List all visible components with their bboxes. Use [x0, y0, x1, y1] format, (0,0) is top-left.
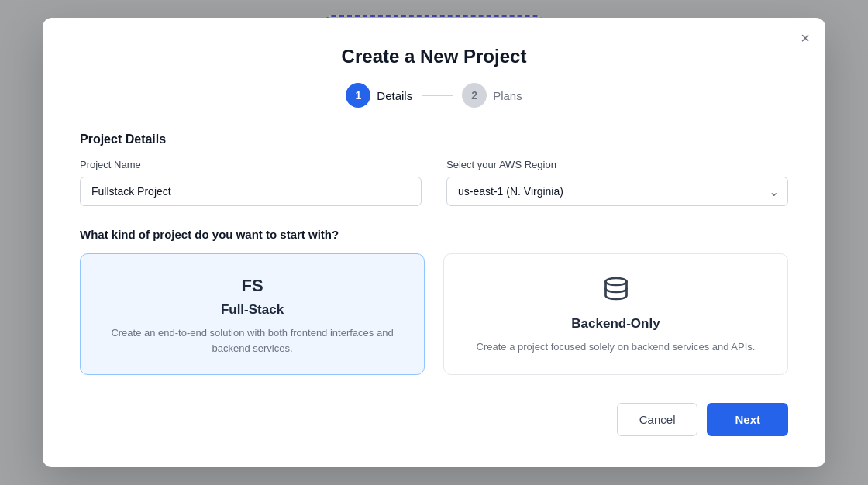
modal: × Create a New Project 1 Details 2 Plans…: [43, 18, 825, 467]
stepper: 1 Details 2 Plans: [80, 83, 788, 108]
fullstack-card[interactable]: FS Full-Stack Create an end-to-end solut…: [80, 253, 425, 375]
project-type-question: What kind of project do you want to star…: [80, 228, 788, 241]
step-divider: [422, 95, 453, 96]
aws-region-group: Select your AWS Region us-east-1 (N. Vir…: [446, 159, 788, 206]
backend-card[interactable]: Backend-Only Create a project focused so…: [443, 253, 788, 375]
project-name-group: Project Name: [80, 159, 422, 206]
aws-region-label: Select your AWS Region: [446, 159, 788, 170]
next-button[interactable]: Next: [707, 403, 788, 436]
close-button[interactable]: ×: [801, 30, 810, 46]
project-name-input[interactable]: [80, 177, 422, 206]
step-2: 2 Plans: [462, 83, 522, 108]
step-2-label: Plans: [493, 89, 522, 102]
form-row: Project Name Select your AWS Region us-e…: [80, 159, 788, 206]
modal-overlay: × Create a New Project 1 Details 2 Plans…: [0, 0, 868, 485]
project-type-section: What kind of project do you want to star…: [80, 228, 788, 375]
backend-card-desc: Create a project focused solely on backe…: [463, 339, 769, 355]
backend-card-title: Backend-Only: [463, 316, 769, 332]
project-details-section: Project Details Project Name Select your…: [80, 132, 788, 206]
section-title: Project Details: [80, 132, 788, 146]
aws-region-select-wrapper: us-east-1 (N. Virginia) us-east-2 (Ohio)…: [446, 177, 788, 206]
aws-region-select[interactable]: us-east-1 (N. Virginia) us-east-2 (Ohio)…: [446, 177, 788, 206]
step-2-circle: 2: [462, 83, 487, 108]
modal-footer: Cancel Next: [80, 403, 788, 436]
fullstack-icon-text: FS: [99, 276, 405, 296]
step-1-circle: 1: [346, 83, 370, 108]
step-1: 1 Details: [346, 83, 412, 108]
database-icon: [463, 276, 769, 307]
modal-title: Create a New Project: [80, 46, 788, 67]
cancel-button[interactable]: Cancel: [617, 403, 698, 436]
fullstack-card-desc: Create an end-to-end solution with both …: [99, 325, 405, 356]
project-name-label: Project Name: [80, 159, 422, 170]
svg-point-0: [605, 278, 626, 285]
fullstack-card-title: Full-Stack: [99, 302, 405, 318]
step-1-label: Details: [377, 89, 412, 102]
project-type-cards: FS Full-Stack Create an end-to-end solut…: [80, 253, 788, 375]
